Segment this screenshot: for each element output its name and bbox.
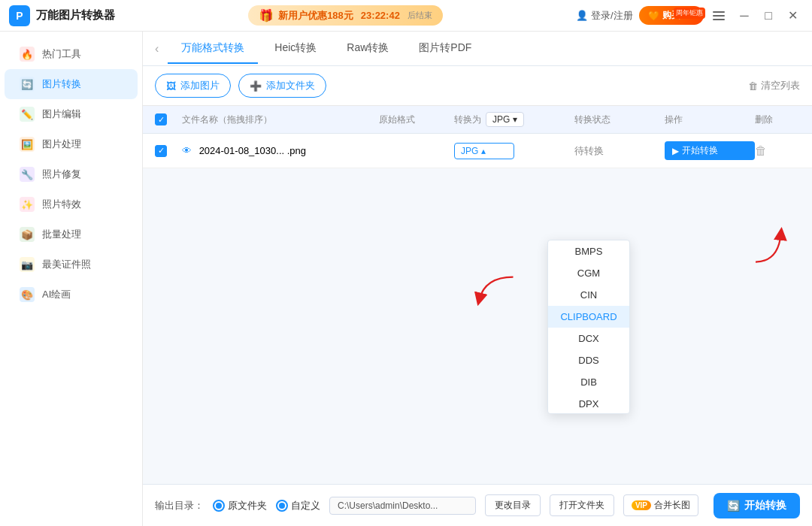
sidebar-item-cert[interactable]: 📷 最美证件照 xyxy=(5,249,138,280)
edit-icon: ✏️ xyxy=(20,107,35,122)
chevron-down-icon: ▾ xyxy=(513,114,517,125)
sidebar-item-hot[interactable]: 🔥 热门工具 xyxy=(5,39,138,69)
add-image-button[interactable]: 🖼 添加图片 xyxy=(155,74,231,98)
clear-list-button[interactable]: 🗑 清空列表 xyxy=(748,79,800,92)
eye-icon: 👁 xyxy=(182,145,192,156)
titlebar-left: P 万能图片转换器 xyxy=(9,5,115,26)
start-convert-row-button[interactable]: ▶ 开始转换 xyxy=(665,141,755,160)
app-icon: P xyxy=(9,5,30,26)
option-custom[interactable]: 自定义 xyxy=(276,499,320,512)
sidebar-label-hot: 热门工具 xyxy=(42,47,81,61)
promo-timer: 23:22:42 xyxy=(361,10,400,21)
repair-icon: 🔧 xyxy=(20,167,35,182)
titlebar-right: 👤 登录/注册 周年钜惠 🧡 购买VIP ─ □ ✕ xyxy=(576,6,803,25)
row-checkbox[interactable] xyxy=(155,145,167,157)
dropdown-item-dcx[interactable]: DCX xyxy=(548,328,629,349)
dropdown-item-clipboard[interactable]: CLIPBOARD xyxy=(548,306,629,328)
row-filename-text: 2024-01-08_1030... .png xyxy=(199,145,306,156)
sidebar-item-repair[interactable]: 🔧 照片修复 xyxy=(5,159,138,189)
sidebar-label-convert: 图片转换 xyxy=(42,77,81,91)
window-controls: ─ □ ✕ xyxy=(734,8,803,24)
login-button[interactable]: 👤 登录/注册 xyxy=(576,9,633,23)
sidebar-label-process: 图片处理 xyxy=(42,138,81,151)
add-folder-label: 添加文件夹 xyxy=(266,79,315,92)
dropdown-item-cin[interactable]: CIN xyxy=(548,284,629,306)
cert-icon: 📷 xyxy=(20,257,35,272)
tab-back-button[interactable]: ‹ xyxy=(155,42,159,56)
open-folder-button[interactable]: 打开文件夹 xyxy=(550,494,614,516)
app-title: 万能图片转换器 xyxy=(36,8,115,23)
gift-icon: 🎁 xyxy=(259,8,274,23)
arrow-2 xyxy=(744,222,789,268)
radio-original-folder[interactable] xyxy=(213,500,225,512)
promo-banner[interactable]: 🎁 新用户优惠188元 23:22:42 后结束 xyxy=(248,5,443,26)
add-folder-button[interactable]: ➕ 添加文件夹 xyxy=(238,74,326,98)
row-status: 待转换 xyxy=(574,144,665,158)
row-convert: JPG ▴ xyxy=(454,143,574,159)
login-label: 登录/注册 xyxy=(591,9,633,23)
original-folder-label: 原文件夹 xyxy=(228,499,267,512)
start-convert-label: 开始转换 xyxy=(744,499,786,512)
dropdown-item-dpx[interactable]: DPX xyxy=(548,393,629,413)
row-delete: 🗑 xyxy=(755,144,800,158)
delete-icon[interactable]: 🗑 xyxy=(755,144,767,157)
header-delete: 删除 xyxy=(755,113,800,126)
sidebar-label-ai: AI绘画 xyxy=(42,288,71,301)
row-chevron-up-icon: ▴ xyxy=(481,146,486,156)
minimize-button[interactable]: ─ xyxy=(734,8,755,24)
sidebar-item-convert[interactable]: 🔄 图片转换 xyxy=(5,69,138,99)
row-check xyxy=(155,145,182,157)
sidebar-label-batch: 批量处理 xyxy=(42,228,81,241)
header-check xyxy=(155,113,182,125)
status-badge: 待转换 xyxy=(574,145,604,156)
bottom-bar: 输出目录： 原文件夹 自定义 更改目录 打开文件夹 VIP 合并长图 🔄 开始转… xyxy=(143,484,812,526)
menu-button[interactable] xyxy=(710,8,728,23)
table-row: 👁 2024-01-08_1030... .png JPG ▴ 待转换 ▶ xyxy=(143,134,812,168)
vip-merge-button[interactable]: VIP 合并长图 xyxy=(623,494,698,516)
add-folder-icon: ➕ xyxy=(250,80,262,92)
row-action: ▶ 开始转换 xyxy=(665,141,755,160)
main-layout: 🔥 热门工具 🔄 图片转换 ✏️ 图片编辑 🖼️ 图片处理 🔧 照片修复 ✨ 照… xyxy=(0,32,812,526)
row-filename: 👁 2024-01-08_1030... .png xyxy=(182,145,379,156)
maximize-button[interactable]: □ xyxy=(758,8,779,24)
week-badge: 周年钜惠 xyxy=(674,8,705,19)
dropdown-item-dib[interactable]: DIB xyxy=(548,371,629,393)
format-dropdown: BMPS CGM CIN CLIPBOARD DCX DDS DIB DPX xyxy=(547,240,630,414)
sidebar-item-edit[interactable]: ✏️ 图片编辑 xyxy=(5,99,138,129)
sidebar: 🔥 热门工具 🔄 图片转换 ✏️ 图片编辑 🖼️ 图片处理 🔧 照片修复 ✨ 照… xyxy=(0,32,143,526)
start-label: 开始转换 xyxy=(682,144,718,157)
tab-universal[interactable]: 万能格式转换 xyxy=(168,34,258,64)
vip-badge: VIP xyxy=(632,500,651,510)
table-header: 文件名称（拖拽排序） 原始格式 转换为 JPG ▾ 转换状态 操作 删除 xyxy=(143,106,812,134)
global-format-select[interactable]: JPG ▾ xyxy=(486,112,524,127)
header-orig: 原始格式 xyxy=(379,113,454,126)
tab-heic[interactable]: Heic转换 xyxy=(261,34,330,64)
output-label: 输出目录： xyxy=(155,499,204,512)
convert-icon: 🔄 xyxy=(20,77,35,92)
clear-label: 清空列表 xyxy=(761,79,800,92)
vip-heart-icon: 🧡 xyxy=(648,11,659,21)
sidebar-item-process[interactable]: 🖼️ 图片处理 xyxy=(5,129,138,159)
tab-pdf[interactable]: 图片转PDF xyxy=(405,34,485,64)
convert-icon-bottom: 🔄 xyxy=(727,500,740,512)
dropdown-item-dds[interactable]: DDS xyxy=(548,349,629,371)
dropdown-item-cgm[interactable]: CGM xyxy=(548,262,629,284)
dropdown-item-bmps[interactable]: BMPS xyxy=(548,240,629,262)
header-convert: 转换为 JPG ▾ xyxy=(454,112,574,127)
start-convert-button[interactable]: 🔄 开始转换 xyxy=(714,493,800,518)
path-input[interactable] xyxy=(329,497,476,515)
sidebar-item-effect[interactable]: ✨ 照片特效 xyxy=(5,189,138,219)
tab-raw[interactable]: Raw转换 xyxy=(333,34,402,64)
select-all-checkbox[interactable] xyxy=(155,113,167,125)
sidebar-item-ai[interactable]: 🎨 AI绘画 xyxy=(5,280,138,310)
radio-custom[interactable] xyxy=(276,500,288,512)
row-format-select[interactable]: JPG ▴ xyxy=(454,143,514,159)
hot-icon: 🔥 xyxy=(20,47,35,62)
close-button[interactable]: ✕ xyxy=(782,8,803,24)
dropdown-scroll: BMPS CGM CIN CLIPBOARD DCX DDS DIB DPX xyxy=(548,240,629,413)
option-original-folder[interactable]: 原文件夹 xyxy=(213,499,267,512)
promo-text: 新用户优惠188元 xyxy=(278,9,353,23)
change-dir-button[interactable]: 更改目录 xyxy=(485,494,541,516)
sidebar-label-effect: 照片特效 xyxy=(42,198,81,211)
sidebar-item-batch[interactable]: 📦 批量处理 xyxy=(5,219,138,249)
